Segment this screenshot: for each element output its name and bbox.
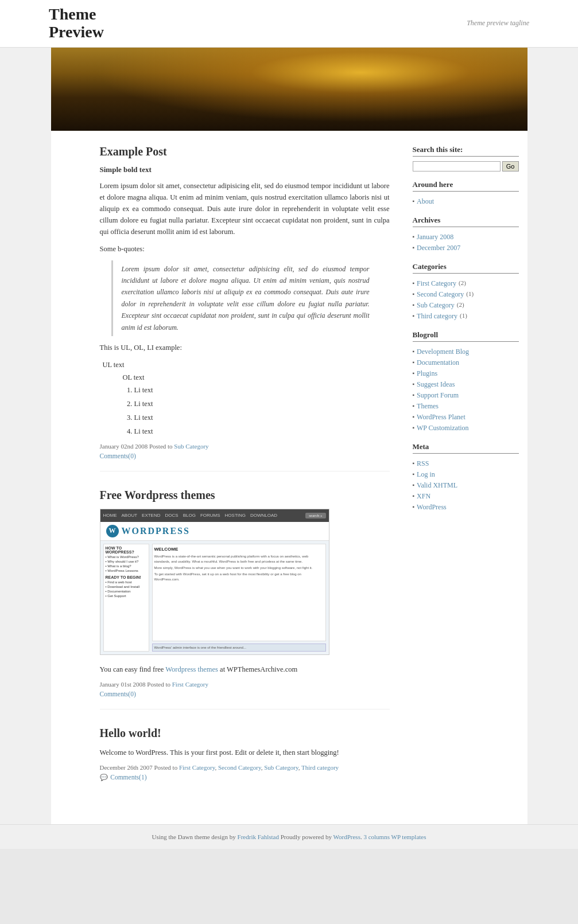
wordpress-themes-link[interactable]: Wordpress themes: [165, 665, 218, 673]
search-title: Search this site:: [413, 145, 519, 157]
meta-rss: RSS: [413, 458, 519, 469]
wordpress-screenshot: HOMEABOUTEXTENDDOCSBLOGFORUMSHOSTINGDOWN…: [100, 509, 329, 655]
meta-login: Log in: [413, 469, 519, 480]
blogroll-dev: Development Blog: [413, 346, 519, 357]
meta-list: RSS Log in Valid XHTML XFN WordPress: [413, 458, 519, 513]
post-category-link-3d[interactable]: Third category: [301, 764, 339, 771]
comments-anchor-3[interactable]: Comments(1): [110, 774, 146, 781]
around-here-item: About: [413, 196, 519, 207]
category-second: Second Category (1): [413, 289, 519, 300]
archives-list: January 2008 December 2007: [413, 232, 519, 254]
comments-link-2: Comments(0): [100, 691, 390, 697]
footer-author-link[interactable]: Fredrik Fahlstad: [238, 833, 279, 840]
blockquote: Lorem ipsum dolor sit amet, consectetur …: [111, 260, 378, 336]
post-category-link-2[interactable]: First Category: [172, 681, 208, 688]
post-meta-2: January 01st 2008 Posted to First Catego…: [100, 681, 390, 688]
meta-xfn: XFN: [413, 491, 519, 502]
blogroll-wp-custom: WP Customization: [413, 423, 519, 434]
post-category-link-1[interactable]: Sub Category: [174, 443, 208, 450]
footer-3col-link[interactable]: 3 columns WP templates: [363, 833, 426, 840]
blogroll-title: Blogroll: [413, 330, 519, 342]
bquotes-label: Some b-quotes:: [100, 243, 390, 255]
post-title-wp: Free Wordpress themes: [100, 489, 390, 502]
wp-logo-icon: W: [106, 525, 119, 537]
category-first: First Category (2): [413, 278, 519, 289]
blogroll-wp-planet: WordPress Planet: [413, 412, 519, 423]
blogroll-themes: Themes: [413, 401, 519, 412]
sidebar-search: Search this site: Go: [413, 145, 519, 171]
meta-xhtml: Valid XHTML: [413, 480, 519, 491]
blogroll-list: Development Blog Documentation Plugins S…: [413, 346, 519, 434]
meta-wordpress: WordPress: [413, 502, 519, 513]
categories-list: First Category (2) Second Category (1) S…: [413, 278, 519, 322]
around-here-title: Around here: [413, 180, 519, 192]
footer: Using the Dawn theme design by Fredrik F…: [0, 824, 578, 849]
wp-content-area: HOW TO WORDPRESS? • What is WordPress? •…: [100, 541, 329, 654]
blogroll-plugins: Plugins: [413, 368, 519, 379]
category-third: Third category (1): [413, 311, 519, 322]
blogroll-suggest: Suggest Ideas: [413, 379, 519, 390]
meta-title: Meta: [413, 442, 519, 454]
search-button[interactable]: Go: [502, 161, 519, 171]
categories-title: Categories: [413, 262, 519, 274]
sidebar: Search this site: Go Around here About A…: [407, 139, 527, 816]
wp-logo-text: WORDPRESS: [122, 526, 190, 536]
post-title-hello: Hello world!: [100, 727, 390, 740]
li-item-3: Li text: [134, 412, 390, 423]
around-here-list: About: [413, 196, 519, 207]
site-tagline: Theme preview tagline: [467, 19, 529, 28]
comment-icon: 💬: [100, 774, 108, 781]
post-example: Example Post Simple bold text Lorem ipsu…: [100, 145, 390, 471]
comments-link-3: 💬 Comments(1): [100, 774, 390, 781]
footer-text2: Proudly powered by: [281, 833, 333, 840]
about-link[interactable]: About: [417, 197, 434, 206]
comments-anchor-2[interactable]: Comments(0): [100, 691, 136, 697]
post-category-link-3c[interactable]: Sub Category: [264, 764, 298, 771]
blogroll-docs: Documentation: [413, 357, 519, 368]
search-form[interactable]: Go: [413, 161, 519, 171]
list-label: This is UL, OL, LI example:: [100, 342, 390, 353]
post-meta-3: December 26th 2007 Posted to First Categ…: [100, 764, 390, 771]
archive-dec-2007: December 2007: [413, 243, 519, 254]
post-meta-1: January 02nd 2008 Posted to Sub Category: [100, 443, 390, 450]
post-hello-world: Hello world! Welcome to WordPress. This …: [100, 727, 390, 793]
wp-sidebar-nav: HOW TO WORDPRESS? • What is WordPress? •…: [103, 544, 149, 652]
site-title: Theme Preview: [49, 6, 104, 41]
post-body-paragraph: Lorem ipsum dolor sit amet, consectetur …: [100, 180, 390, 237]
ol-item: OL text: [123, 372, 390, 383]
wp-main-area: WELCOME WordPress is a state-of-the-art …: [152, 544, 326, 641]
archives-title: Archives: [413, 216, 519, 227]
post-title-example: Example Post: [100, 145, 390, 158]
search-input[interactable]: [413, 161, 501, 171]
post-category-link-3a[interactable]: First Category: [179, 764, 215, 771]
wp-logo-area: W WORDPRESS: [100, 522, 329, 541]
blogroll-support: Support Forum: [413, 390, 519, 401]
post-category-link-3b[interactable]: Second Category: [218, 764, 261, 771]
hero-image: [51, 48, 527, 131]
archive-jan-2008: January 2008: [413, 232, 519, 243]
footer-wp-link[interactable]: WordPress: [333, 833, 360, 840]
post-wordpress-themes: Free Wordpress themes HOMEABOUTEXTENDDOC…: [100, 489, 390, 709]
ul-item: UL text: [100, 359, 390, 371]
post-bold-text: Simple bold text: [100, 165, 390, 174]
post-body-2: You can easy find free Wordpress themes …: [100, 664, 390, 675]
post-body-3: Welcome to WordPress. This is your first…: [100, 747, 390, 758]
li-item-4: Li text: [134, 426, 390, 437]
category-sub: Sub Category (2): [413, 300, 519, 311]
wp-nav-bar: HOMEABOUTEXTENDDOCSBLOGFORUMSHOSTINGDOWN…: [100, 509, 329, 522]
comments-anchor-1[interactable]: Comments(0): [100, 453, 136, 459]
comments-link-1: Comments(0): [100, 453, 390, 459]
footer-text1: Using the Dawn theme design by: [152, 833, 235, 840]
list-section: UL text OL text Li text Li text Li text …: [100, 359, 390, 437]
li-item-2: Li text: [134, 398, 390, 410]
li-item-1: Li text: [134, 384, 390, 396]
